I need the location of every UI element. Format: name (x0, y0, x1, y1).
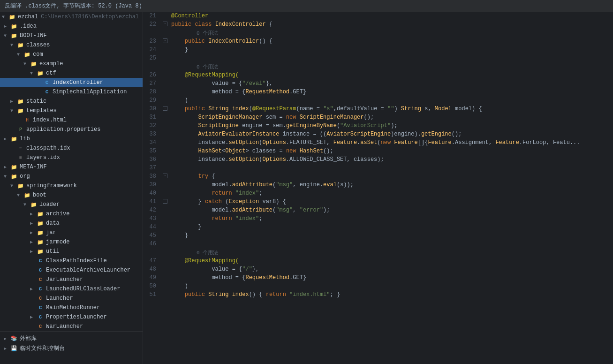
sidebar-item-loader[interactable]: ▼ 📁 loader (0, 200, 143, 209)
folder-icon: 📁 (10, 173, 18, 180)
sidebar-item-boot-inf[interactable]: ▼ 📁 BOOT-INF (0, 31, 143, 40)
ut-label: util (46, 248, 60, 255)
sidebar-item-index-controller[interactable]: C IndexController (0, 78, 143, 87)
line-num-37: 37 (143, 164, 162, 173)
idea-label: .idea (20, 23, 37, 30)
sidebar-item-org[interactable]: ▼ 📁 org (0, 172, 143, 181)
sidebar-item-simplechall[interactable]: C SimplechallApplication (0, 87, 143, 97)
lib-label: lib (20, 136, 30, 142)
root-path: C:\Users\17816\Desktop\ezchal (41, 14, 139, 20)
code-row-22: 22 - public class IndexController { (143, 21, 613, 29)
sidebar-item-app-props[interactable]: P application.properties (0, 125, 143, 134)
line-num-50: 50 (143, 282, 162, 291)
ld-label: loader (39, 201, 60, 208)
sidebar-item-archive[interactable]: ▶ 📁 archive (0, 209, 143, 219)
sidebar-item-jar[interactable]: ▶ 📁 jar (0, 228, 143, 237)
fold-22[interactable]: - (162, 21, 168, 29)
tf-arrow: ▶ (4, 346, 10, 351)
sidebar-item-templates[interactable]: ▼ 📁 templates (0, 106, 143, 115)
example-label: example (39, 61, 63, 67)
ld-arrow: ▼ (23, 202, 30, 207)
fold-35 (162, 147, 168, 156)
line-num-hint2 (143, 63, 162, 71)
sidebar-item-propertieslauncher[interactable]: ▶ C PropertiesLauncher (0, 312, 143, 322)
sidebar-item-classes[interactable]: ▼ 📁 classes (0, 40, 143, 50)
sidebar-item-com[interactable]: ▼ 📁 com (0, 50, 143, 59)
sidebar-item-jarlauncher[interactable]: C JarLauncher (0, 275, 143, 284)
line-num-29: 29 (143, 97, 162, 105)
line-num-35: 35 (143, 147, 162, 156)
eal-label: ExecutableArchiveLauncher (46, 267, 130, 273)
sidebar-item-mainmethodrunner[interactable]: C MainMethodRunner (0, 303, 143, 312)
fold-31 (162, 114, 168, 122)
code-row-36: 36 instance.setOption(Options.ALLOWED_CL… (143, 156, 613, 164)
sidebar-item-meta-inf[interactable]: ▶ 📁 META-INF (0, 162, 143, 172)
pl-label: PropertiesLauncher (46, 314, 107, 320)
fold-37 (162, 164, 168, 173)
sidebar[interactable]: ▼ 📁 ezchal C:\Users\17816\Desktop\ezchal… (0, 12, 143, 364)
sidebar-item-classpath-idx[interactable]: ≡ classpath.idx (0, 144, 143, 153)
sidebar-item-warlauncher[interactable]: C WarLauncher (0, 322, 143, 331)
sidebar-item-idea[interactable]: ▶ 📁 .idea (0, 22, 143, 31)
sidebar-item-jarmode[interactable]: ▶ 📁 jarmode (0, 237, 143, 247)
code-line-43: return "index"; (168, 215, 613, 223)
sidebar-item-executablearchivelauncher[interactable]: C ExecutableArchiveLauncher (0, 265, 143, 275)
code-line-23: public IndexController() { (168, 38, 613, 46)
fold-49 (162, 274, 168, 282)
code-line-25 (168, 54, 613, 63)
sidebar-item-static[interactable]: ▶ 📁 static (0, 97, 143, 106)
tree-root[interactable]: ▼ 📁 ezchal C:\Users\17816\Desktop\ezchal (0, 12, 143, 22)
jl-label: JarLauncher (46, 276, 83, 283)
top-bar: 反编译 .class文件, 字节码版本: 52.0 (Java 8) (0, 0, 613, 12)
idea-arrow: ▶ (4, 23, 10, 29)
fold-25 (162, 54, 168, 63)
code-row-44: 44 } (143, 223, 613, 232)
fold-23[interactable]: - (162, 38, 168, 46)
folder-icon: 📁 (37, 248, 44, 255)
sidebar-item-example[interactable]: ▼ 📁 example (0, 59, 143, 68)
fold-46 (162, 240, 168, 249)
code-row-31: 31 ScriptEngineManager sem = new ScriptE… (143, 114, 613, 122)
fold-45 (162, 232, 168, 240)
sidebar-item-classpathindexfile[interactable]: C ClassPathIndexFile (0, 256, 143, 265)
folder-icon: 📁 (37, 220, 44, 227)
java-c-icon: C (37, 304, 44, 311)
sidebar-item-launchedurlclassloader[interactable]: ▶ C LaunchedURLClassLoader (0, 284, 143, 294)
sidebar-item-lib[interactable]: ▶ 📁 lib (0, 134, 143, 144)
sidebar-item-temp-files[interactable]: ▶ 💾 临时文件和控制台 (0, 343, 143, 353)
sidebar-item-layers-idx[interactable]: ≡ layers.idx (0, 153, 143, 162)
usage-hint-3: 0 个用法 (168, 249, 613, 257)
jr-arrow: ▶ (30, 230, 37, 235)
pl-arrow: ▶ (30, 314, 37, 320)
sidebar-item-launcher[interactable]: C Launcher (0, 294, 143, 303)
fold-43 (162, 215, 168, 223)
line-num-hint3 (143, 249, 162, 257)
code-table: 21 @Controller 22 - public class IndexCo… (143, 12, 613, 299)
sidebar-item-util[interactable]: ▶ 📁 util (0, 247, 143, 256)
code-row-29: 29 ) (143, 97, 613, 105)
fold-hint3 (162, 249, 168, 257)
code-line-27: value = {"/eval"}, (168, 80, 613, 88)
fold-38[interactable]: - (162, 173, 168, 181)
sidebar-item-data[interactable]: ▶ 📁 data (0, 219, 143, 228)
line-num-26: 26 (143, 71, 162, 80)
fold-30[interactable]: - (162, 105, 168, 114)
code-row-27: 27 value = {"/eval"}, (143, 80, 613, 88)
sidebar-item-boot[interactable]: ▼ 📁 boot (0, 190, 143, 200)
code-row-45: 45 } (143, 232, 613, 240)
jm-label: jarmode (46, 239, 69, 245)
code-area[interactable]: 21 @Controller 22 - public class IndexCo… (143, 12, 613, 364)
sidebar-item-ctf[interactable]: ▼ 📁 ctf (0, 68, 143, 78)
line-num-31: 31 (143, 114, 162, 122)
fold-40 (162, 190, 168, 198)
folder-icon: 📁 (10, 163, 18, 171)
sidebar-item-index-html[interactable]: H index.html (0, 115, 143, 125)
java-c-icon: C (43, 88, 51, 96)
sidebar-item-springframework[interactable]: ▼ 📁 springframework (0, 181, 143, 190)
sidebar-item-external-lib[interactable]: ▶ 📚 外部库 (0, 334, 143, 343)
fold-41[interactable]: - (162, 198, 168, 206)
fold-36 (162, 156, 168, 164)
jm-arrow: ▶ (30, 239, 37, 245)
java-c-icon: C (43, 79, 51, 86)
code-row-50: 50 ) (143, 282, 613, 291)
